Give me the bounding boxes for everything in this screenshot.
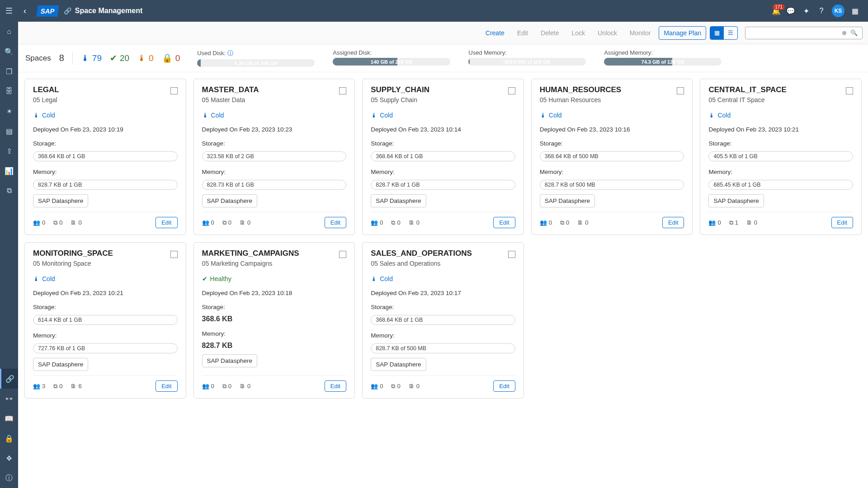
space-card[interactable]: CENTRAL_IT_SPACE 05 Central IT Space 🌡Co…: [700, 79, 862, 235]
select-checkbox[interactable]: [170, 251, 178, 258]
feedback-icon[interactable]: 💬: [783, 7, 798, 15]
apps-icon[interactable]: ▦: [847, 7, 863, 15]
side-nav-export[interactable]: ⇪: [0, 141, 18, 161]
memory-pill: 828.7 KB of 500 MB: [540, 180, 684, 190]
side-nav-monitor[interactable]: 📊: [0, 161, 18, 181]
select-checkbox[interactable]: [508, 87, 515, 94]
storage-pill: 323.58 KB of 2 GB: [202, 151, 347, 161]
tables-icon: ⧉: [729, 219, 733, 226]
edit-button[interactable]: Edit: [156, 217, 177, 228]
select-checkbox[interactable]: [508, 251, 515, 258]
create-action[interactable]: Create: [481, 27, 509, 39]
card-subtitle: 05 Central IT Space: [708, 96, 787, 103]
side-nav-spaces[interactable]: 🔗: [0, 369, 18, 389]
members-icon: 👥: [371, 383, 378, 389]
space-card[interactable]: MONITORING_SPACE 05 Monitoring Space 🌡Co…: [24, 242, 186, 399]
card-name: SALES_AND_OPERATIONS: [371, 249, 472, 258]
edit-button[interactable]: Edit: [156, 380, 177, 392]
space-card[interactable]: MASTER_DATA 05 Master Data 🌡Cold Deploye…: [193, 79, 355, 235]
tables-icon: ⧉: [391, 219, 395, 226]
edit-action: Edit: [513, 27, 533, 39]
card-subtitle: 05 Marketing Campaigns: [202, 260, 299, 267]
tables-count: ⧉0: [560, 219, 569, 226]
edit-button[interactable]: Edit: [325, 217, 346, 228]
type-chip: SAP Datasphere: [540, 194, 595, 207]
healthy-stat[interactable]: ✔20: [110, 53, 129, 63]
deployed-on: Deployed On Feb 23, 2023 10:19: [33, 126, 178, 133]
list-view-icon[interactable]: ☰: [724, 27, 737, 39]
menu-icon[interactable]: ☰: [0, 0, 18, 22]
deployed-on: Deployed On Feb 23, 2023 10:17: [371, 290, 515, 296]
memory-label: Memory:: [202, 330, 347, 337]
storage-label: Storage:: [371, 140, 515, 147]
side-nav-data[interactable]: ▤: [0, 121, 18, 141]
side-nav-storage[interactable]: 🗄: [0, 81, 18, 101]
side-nav-views[interactable]: ⧉: [0, 181, 18, 201]
members-count: 👥0: [708, 219, 721, 226]
status-cold: 🌡Cold: [371, 275, 515, 282]
manage-plan-action[interactable]: Manage Plan: [659, 26, 706, 40]
edit-button[interactable]: Edit: [493, 217, 515, 228]
side-nav-info[interactable]: ⓘ: [0, 468, 18, 488]
files-count: 🗎0: [409, 383, 420, 390]
side-nav-explorer[interactable]: 🔍: [0, 42, 18, 61]
edit-button[interactable]: Edit: [493, 380, 515, 392]
side-nav-stack[interactable]: ❖: [0, 448, 18, 468]
side-nav-flows[interactable]: ✶: [0, 101, 18, 121]
cold-stat[interactable]: 🌡79: [81, 53, 102, 63]
select-checkbox[interactable]: [339, 251, 346, 258]
edit-button[interactable]: Edit: [325, 380, 346, 392]
user-avatar[interactable]: KS: [832, 5, 844, 17]
space-card[interactable]: SUPPLY_CHAIN 05 Supply Chain 🌡Cold Deplo…: [362, 79, 524, 235]
side-nav-copy[interactable]: ❐: [0, 61, 18, 81]
select-checkbox[interactable]: [677, 87, 684, 94]
back-icon[interactable]: ‹: [24, 6, 37, 16]
side-nav-glasses[interactable]: 👓: [0, 389, 18, 408]
memory-pill: 828.7 KB of 1 GB: [33, 180, 178, 190]
notifications-icon[interactable]: 🔔171: [769, 7, 783, 15]
locked-stat[interactable]: 🔒0: [162, 53, 180, 63]
members-icon: 👥: [33, 383, 40, 389]
members-count: 👥0: [371, 219, 383, 226]
select-checkbox[interactable]: [339, 87, 346, 94]
search-icon[interactable]: 🔍: [849, 29, 859, 36]
files-count: 🗎0: [746, 219, 757, 226]
select-checkbox[interactable]: [846, 87, 853, 94]
memory-label: Memory:: [371, 332, 515, 339]
side-nav-lock[interactable]: 🔒: [0, 428, 18, 448]
side-nav-home[interactable]: ⌂: [0, 22, 18, 42]
tables-count: ⧉0: [391, 383, 400, 390]
space-icon: 🔗: [64, 7, 71, 14]
copilot-icon[interactable]: ✦: [798, 7, 814, 15]
help-icon[interactable]: ?: [814, 7, 829, 15]
tables-icon: ⧉: [391, 383, 395, 390]
used-disk-meter: Used Disk: ⓘ 6.38 GB of 256 GB: [197, 49, 315, 67]
storage-label: Storage:: [202, 140, 347, 147]
storage-value: 368.6 KB: [202, 315, 347, 323]
card-name: HUMAN_RESOURCES: [540, 85, 621, 94]
files-icon: 🗎: [71, 383, 76, 389]
thermometer-cold-icon: 🌡: [33, 275, 39, 282]
status-bar: Spaces 8 🌡79 ✔20 🌡0 🔒0 Used Disk: ⓘ 6.38…: [18, 44, 868, 72]
edit-button[interactable]: Edit: [831, 217, 853, 228]
card-name: CENTRAL_IT_SPACE: [708, 85, 787, 94]
side-nav-book[interactable]: 📖: [0, 408, 18, 428]
memory-label: Memory:: [540, 169, 684, 175]
hot-stat[interactable]: 🌡0: [137, 53, 154, 63]
lock-icon: 🔒: [162, 53, 173, 63]
thermometer-cold-icon: 🌡: [33, 112, 39, 119]
info-icon[interactable]: ⓘ: [227, 50, 233, 56]
select-checkbox[interactable]: [170, 87, 178, 94]
space-card[interactable]: MARKETING_CAMPAIGNS 05 Marketing Campaig…: [193, 242, 355, 399]
edit-button[interactable]: Edit: [662, 217, 684, 228]
status-cold: 🌡Cold: [33, 112, 178, 119]
space-card[interactable]: SALES_AND_OPERATIONS 05 Sales and Operat…: [362, 242, 524, 399]
delete-action: Delete: [536, 27, 563, 39]
space-card[interactable]: HUMAN_RESOURCES 05 Human Resources 🌡Cold…: [531, 79, 693, 235]
members-count: 👥0: [202, 219, 214, 226]
search-input[interactable]: [748, 29, 840, 36]
grid-view-icon[interactable]: ▦: [710, 27, 724, 39]
clear-search-icon[interactable]: ⊗: [840, 29, 849, 36]
page-title: Space Management: [75, 7, 142, 15]
space-card[interactable]: LEGAL 05 Legal 🌡Cold Deployed On Feb 23,…: [24, 79, 186, 235]
